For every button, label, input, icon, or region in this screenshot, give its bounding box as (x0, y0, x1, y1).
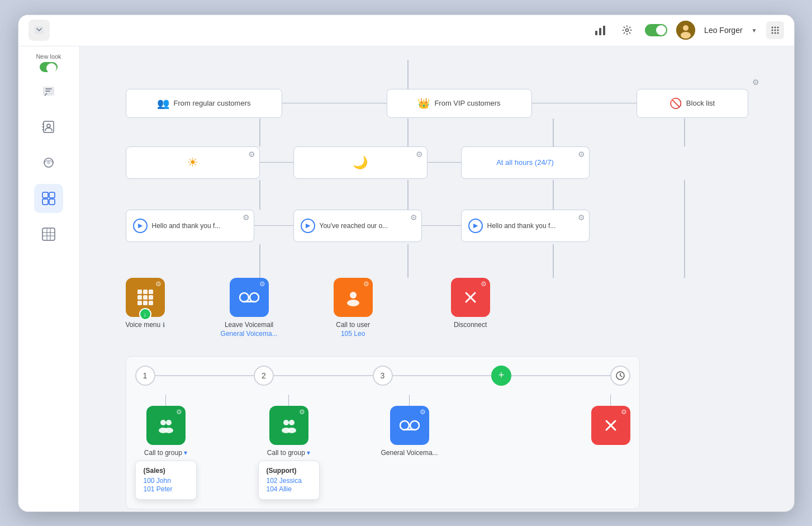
voicemail-card[interactable]: ⚙ Leave Voicemail General Voicema... (221, 278, 278, 339)
app-logo[interactable] (29, 20, 50, 41)
greeting-youve-label: You've reached our o... (320, 222, 388, 230)
play-button-3[interactable]: ▶ (468, 219, 483, 233)
play-button-1[interactable]: ▶ (133, 219, 148, 233)
svg-point-11 (774, 30, 776, 31)
time-business-gear[interactable]: ⚙ (248, 150, 255, 159)
call-group-1-dropdown: (Sales) 100 John 101 Peter (135, 461, 197, 500)
svg-point-9 (777, 27, 778, 29)
new-look-toggle[interactable] (40, 62, 58, 72)
disconnect-settings[interactable]: ⚙ (481, 280, 487, 288)
call-group-1-icon[interactable]: ⚙ (146, 406, 186, 445)
call-user-card[interactable]: ⚙ Call to user 105 Leo (334, 278, 373, 339)
call-group-2-label: Call to group ▾ (267, 448, 310, 458)
voice-menu-info: ℹ (163, 321, 165, 328)
svg-point-18 (47, 124, 50, 127)
time-all-gear[interactable]: ⚙ (578, 150, 585, 159)
source-row: 👥 From regular customers 👑 From VIP cust… (126, 89, 748, 118)
header-right: Leo Forger ▼ (591, 21, 783, 40)
time-after-hours[interactable]: 🌙 (293, 146, 428, 179)
call-group-1-dropdown-arrow[interactable]: ▾ (184, 449, 187, 457)
connector-down-3 (409, 395, 410, 406)
svg-point-69 (400, 421, 409, 430)
add-step-button[interactable]: + (491, 366, 511, 386)
greeting2-gear[interactable]: ⚙ (410, 213, 417, 222)
voice-menu-badge: ↓ (139, 308, 151, 320)
greeting1-gear[interactable]: ⚙ (243, 213, 250, 222)
source-vip[interactable]: 👑 From VIP customers (387, 89, 532, 118)
time-after-gear[interactable]: ⚙ (416, 150, 423, 159)
step-3[interactable]: 3 (373, 366, 393, 386)
sidebar-item-contacts[interactable] (34, 112, 63, 141)
call-group-2-dropdown-arrow[interactable]: ▾ (307, 449, 310, 457)
group-icon-2 (280, 416, 298, 434)
action-row: ⚙ ↓ Voice menu ℹ (126, 278, 490, 339)
block-list-icon: 🚫 (669, 97, 682, 110)
source-regular[interactable]: 👥 From regular customers (126, 89, 282, 118)
greeting-hello1[interactable]: ▶ Hello and thank you f... (126, 210, 254, 242)
toggle-switch[interactable] (645, 24, 667, 36)
step-2[interactable]: 2 (254, 366, 274, 386)
voice-menu-panel: 1 2 3 + (126, 356, 640, 510)
svg-rect-49 (143, 301, 148, 305)
new-look-section: New look (18, 53, 79, 72)
grid-icon (135, 287, 155, 307)
svg-rect-22 (49, 192, 55, 198)
sidebar-item-support[interactable] (34, 148, 63, 177)
vip-customers-icon: 👑 (417, 97, 430, 110)
svg-point-51 (240, 293, 249, 302)
call-user-label: Call to user 105 Leo (336, 320, 370, 339)
time-business-hours[interactable]: ☀ (126, 146, 260, 179)
group2-settings[interactable]: ⚙ (299, 408, 305, 416)
voicemail2-icon[interactable]: ⚙ (390, 406, 429, 445)
disconnect-card[interactable]: ⚙ Disconnect (451, 278, 490, 330)
call-user-settings[interactable]: ⚙ (363, 280, 369, 288)
greeting-hello2[interactable]: ▶ Hello and thank you f... (461, 210, 590, 242)
svg-point-10 (771, 30, 773, 31)
analytics-icon[interactable] (591, 21, 609, 39)
disconnect-label: Disconnect (454, 320, 487, 330)
dialpad-icon[interactable] (766, 21, 784, 39)
call-group-2-icon[interactable]: ⚙ (269, 406, 308, 445)
greeting-row: ▶ Hello and thank you f... ⚙ ▶ You've re… (126, 210, 590, 242)
svg-point-64 (164, 428, 173, 433)
timeout-circle[interactable] (610, 366, 630, 386)
user-name-label[interactable]: Leo Forger (704, 26, 742, 35)
svg-rect-43 (143, 290, 148, 294)
source-settings-gear[interactable]: ⚙ (752, 78, 759, 87)
voicemail-settings[interactable]: ⚙ (259, 280, 265, 288)
voice-menu-icon-wrap: ⚙ ↓ (126, 278, 165, 317)
connector-line-2 (532, 103, 637, 104)
voicemail2-settings[interactable]: ⚙ (420, 408, 426, 416)
greeting-hello1-label: Hello and thank you f... (152, 222, 221, 230)
user-dropdown-chevron[interactable]: ▼ (752, 27, 757, 34)
svg-rect-1 (599, 28, 601, 35)
moon-icon: 🌙 (353, 155, 368, 170)
sidebar-item-calls[interactable] (34, 77, 63, 106)
connector-down-d (610, 395, 611, 406)
sun-icon: ☀ (187, 155, 198, 170)
greeting-youve[interactable]: ▶ You've reached our o... (293, 210, 422, 242)
voice-menu-card[interactable]: ⚙ ↓ Voice menu ℹ (126, 278, 165, 330)
connector-down-1 (165, 395, 167, 406)
body: New look (18, 46, 794, 511)
new-look-label: New look (36, 53, 61, 60)
h-connector-2 (428, 162, 461, 163)
group1-settings[interactable]: ⚙ (176, 408, 182, 416)
time-all-hours[interactable]: At all hours (24/7) (461, 146, 590, 179)
sidebar-item-integrations[interactable] (34, 184, 63, 213)
menu-items-row: ⚙ Call to group ▾ (Sales) 100 John 101 P… (135, 395, 630, 500)
sidebar-item-dialpad[interactable] (34, 220, 63, 249)
step-1[interactable]: 1 (135, 366, 155, 386)
source-blocklist[interactable]: 🚫 Block list (637, 89, 748, 118)
disconnect2-settings[interactable]: ⚙ (621, 408, 627, 416)
connector-line-1 (282, 103, 387, 104)
flow-container: 👥 From regular customers 👑 From VIP cust… (98, 60, 776, 479)
disconnect2-icon[interactable]: ⚙ (591, 406, 630, 445)
settings-icon[interactable] (618, 21, 636, 39)
greeting3-gear[interactable]: ⚙ (578, 213, 585, 222)
menu-item-2: ⚙ Call to group ▾ (Support) 102 Jessica … (258, 395, 320, 500)
voice-menu-settings[interactable]: ⚙ (155, 280, 162, 288)
play-button-2[interactable]: ▶ (301, 219, 315, 233)
sidebar: New look (18, 46, 80, 511)
main-canvas[interactable]: 👥 From regular customers 👑 From VIP cust… (80, 46, 794, 511)
